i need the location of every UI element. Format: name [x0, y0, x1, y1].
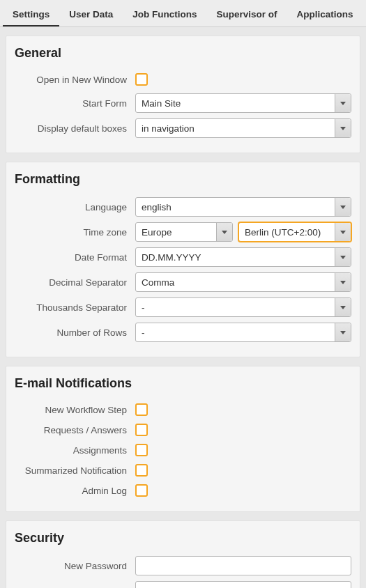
- chevron-down-icon: [335, 94, 351, 112]
- label-new-workflow: New Workflow Step: [15, 405, 135, 415]
- select-thousands-sep-value: -: [136, 302, 335, 313]
- chevron-down-icon: [335, 248, 351, 266]
- label-display-boxes: Display default boxes: [15, 123, 135, 134]
- checkbox-assignments[interactable]: [135, 444, 148, 456]
- section-title-security: Security: [15, 531, 351, 546]
- select-decimal-sep[interactable]: Comma: [135, 272, 351, 292]
- select-language-value: english: [136, 202, 335, 212]
- input-new-password[interactable]: [135, 556, 351, 575]
- section-general: General Open in New Window Start Form Ma…: [6, 36, 360, 153]
- label-confirm-password: Confirm New Password: [15, 586, 135, 589]
- select-start-form[interactable]: Main Site: [135, 93, 351, 113]
- chevron-down-icon: [335, 198, 351, 216]
- select-date-format-value: DD.MM.YYYY: [136, 252, 335, 263]
- label-language: Language: [15, 202, 135, 212]
- chevron-down-icon: [335, 119, 351, 137]
- select-display-boxes-value: in navigation: [136, 123, 335, 134]
- label-requests: Requests / Answers: [15, 425, 135, 435]
- label-admin-log: Admin Log: [15, 486, 135, 496]
- section-email: E-mail Notifications New Workflow Step R…: [6, 366, 360, 512]
- label-timezone: Time zone: [15, 227, 135, 238]
- section-title-email: E-mail Notifications: [15, 376, 351, 391]
- label-open-new-window: Open in New Window: [15, 75, 135, 85]
- label-summarized: Summarized Notification: [15, 465, 135, 476]
- select-timezone-city-value: Berlin (UTC+2:00): [239, 227, 335, 238]
- select-timezone-region-value: Europe: [136, 227, 216, 238]
- select-timezone-city[interactable]: Berlin (UTC+2:00): [238, 222, 351, 242]
- section-title-formatting: Formatting: [15, 172, 351, 187]
- checkbox-summarized[interactable]: [135, 464, 148, 477]
- tab-bar: Settings User Data Job Functions Supervi…: [0, 0, 366, 27]
- select-thousands-sep[interactable]: -: [135, 297, 351, 317]
- select-num-rows[interactable]: -: [135, 323, 351, 342]
- chevron-down-icon: [335, 273, 351, 291]
- checkbox-requests[interactable]: [135, 424, 148, 436]
- select-timezone-region[interactable]: Europe: [135, 222, 233, 242]
- tab-applications[interactable]: Applications: [287, 2, 363, 26]
- tab-settings[interactable]: Settings: [3, 2, 59, 26]
- checkbox-new-workflow[interactable]: [135, 403, 148, 416]
- label-start-form: Start Form: [15, 98, 135, 109]
- tab-supervisor-of[interactable]: Supervisor of: [207, 2, 287, 26]
- select-language[interactable]: english: [135, 197, 351, 217]
- chevron-down-icon: [335, 323, 351, 341]
- chevron-down-icon: [335, 223, 351, 241]
- label-new-password: New Password: [15, 561, 135, 571]
- label-decimal-sep: Decimal Separator: [15, 277, 135, 288]
- label-assignments: Assignments: [15, 445, 135, 456]
- select-decimal-sep-value: Comma: [136, 277, 335, 288]
- select-date-format[interactable]: DD.MM.YYYY: [135, 247, 351, 267]
- chevron-down-icon: [335, 298, 351, 316]
- section-title-general: General: [15, 46, 351, 61]
- label-num-rows: Number of Rows: [15, 327, 135, 338]
- tab-job-functions[interactable]: Job Functions: [123, 2, 206, 26]
- select-display-boxes[interactable]: in navigation: [135, 118, 351, 138]
- tab-user-data[interactable]: User Data: [59, 2, 123, 26]
- select-num-rows-value: -: [136, 327, 335, 338]
- checkbox-admin-log[interactable]: [135, 484, 148, 497]
- input-confirm-password[interactable]: [135, 581, 351, 588]
- section-security: Security New Password Confirm New Passwo…: [6, 520, 360, 588]
- label-date-format: Date Format: [15, 252, 135, 263]
- select-start-form-value: Main Site: [136, 98, 335, 109]
- chevron-down-icon: [216, 223, 232, 241]
- checkbox-open-new-window[interactable]: [135, 73, 148, 86]
- section-formatting: Formatting Language english Time zone Eu…: [6, 162, 360, 357]
- label-thousands-sep: Thousands Separator: [15, 302, 135, 313]
